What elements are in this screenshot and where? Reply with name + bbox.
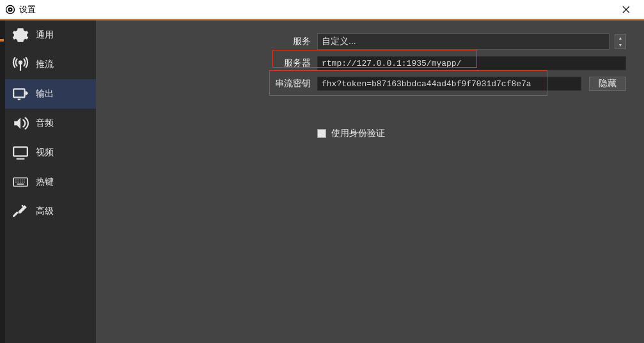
stream-key-row: 串流密钥 隐藏 bbox=[96, 77, 626, 91]
content: 服务 自定义... ▲ ▼ 服务器 串流密钥 隐藏 使用身份验证 bbox=[96, 20, 644, 343]
svg-rect-4 bbox=[13, 89, 24, 97]
svg-point-2 bbox=[10, 8, 12, 10]
service-label: 服务 bbox=[96, 36, 313, 47]
stream-key-label: 串流密钥 bbox=[96, 78, 313, 89]
sidebar-item-output[interactable]: 输出 bbox=[5, 79, 96, 109]
tools-icon bbox=[12, 202, 29, 220]
sidebar-item-label: 高级 bbox=[36, 206, 54, 217]
service-row: 服务 自定义... ▲ ▼ bbox=[96, 33, 626, 50]
server-label: 服务器 bbox=[96, 57, 313, 69]
sidebar-item-hotkeys[interactable]: 热键 bbox=[5, 167, 96, 197]
antenna-icon bbox=[12, 56, 29, 73]
sidebar-item-label: 视频 bbox=[36, 147, 54, 158]
use-auth-checkbox[interactable] bbox=[317, 129, 326, 138]
use-auth-row[interactable]: 使用身份验证 bbox=[317, 128, 626, 139]
speaker-icon bbox=[12, 114, 29, 132]
sidebar-item-label: 输出 bbox=[36, 88, 54, 100]
spinner-down-icon[interactable]: ▼ bbox=[615, 42, 625, 49]
sidebar-item-advanced[interactable]: 高级 bbox=[5, 197, 96, 226]
app-icon bbox=[5, 4, 15, 15]
sidebar-item-label: 音频 bbox=[36, 118, 54, 129]
keyboard-icon bbox=[12, 173, 29, 191]
monitor-icon bbox=[12, 144, 29, 162]
service-dropdown[interactable]: 自定义... bbox=[317, 33, 609, 50]
left-gutter bbox=[0, 20, 5, 343]
sidebar-item-stream[interactable]: 推流 bbox=[5, 50, 96, 79]
use-auth-label: 使用身份验证 bbox=[331, 128, 385, 139]
hide-button[interactable]: 隐藏 bbox=[589, 77, 626, 91]
sidebar-item-label: 通用 bbox=[36, 29, 54, 41]
dropdown-spinner[interactable]: ▲ ▼ bbox=[615, 34, 626, 49]
window-title: 设置 bbox=[19, 4, 613, 15]
sidebar: 通用 推流 输出 音频 视频 bbox=[5, 20, 96, 343]
sidebar-item-label: 推流 bbox=[36, 59, 54, 70]
main: 通用 推流 输出 音频 视频 bbox=[0, 19, 644, 343]
sidebar-item-label: 热键 bbox=[36, 176, 54, 188]
gear-icon bbox=[12, 26, 29, 44]
close-button[interactable] bbox=[613, 0, 639, 19]
sidebar-item-video[interactable]: 视频 bbox=[5, 138, 96, 167]
titlebar: 设置 bbox=[0, 0, 644, 19]
svg-point-3 bbox=[19, 61, 22, 64]
output-icon bbox=[12, 85, 29, 103]
server-input[interactable] bbox=[317, 56, 626, 70]
spinner-up-icon[interactable]: ▲ bbox=[615, 34, 625, 42]
svg-rect-5 bbox=[13, 147, 27, 156]
sidebar-item-general[interactable]: 通用 bbox=[5, 20, 96, 50]
stream-key-input[interactable] bbox=[317, 77, 581, 91]
server-row: 服务器 bbox=[96, 56, 626, 70]
sidebar-item-audio[interactable]: 音频 bbox=[5, 109, 96, 138]
service-value: 自定义... bbox=[322, 36, 356, 47]
